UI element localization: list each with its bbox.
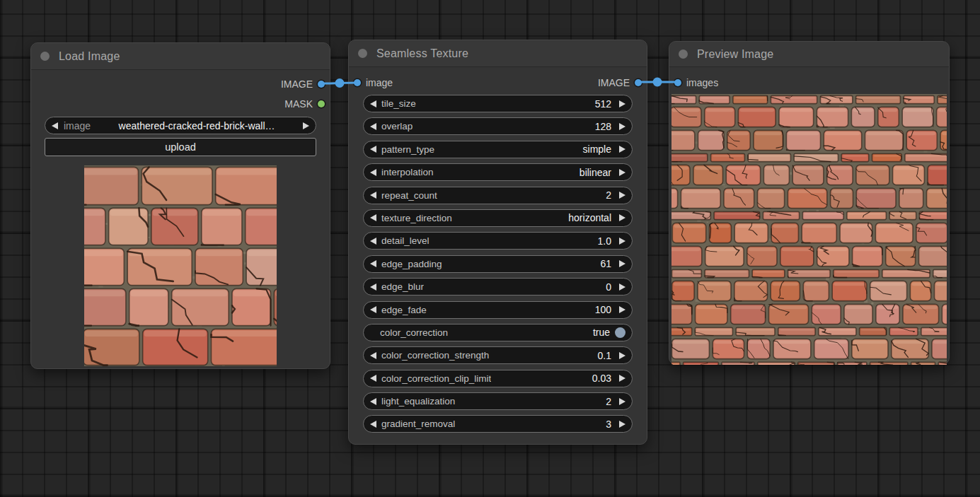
increment-arrow-icon[interactable] xyxy=(619,398,626,405)
slot-label: IMAGE xyxy=(281,78,313,90)
node-title: Seamless Texture xyxy=(376,47,468,60)
brick-texture-image xyxy=(84,165,277,366)
increment-arrow-icon[interactable] xyxy=(619,146,626,153)
widget-detail_level[interactable]: detail_level1.0 xyxy=(363,232,633,250)
tiled-brick-texture-image xyxy=(671,94,947,365)
widget-tile_size[interactable]: tile_size512 xyxy=(363,95,633,112)
upload-button[interactable]: upload xyxy=(45,138,316,156)
widget-value: simple xyxy=(583,144,611,155)
seamless-widgets: tile_size512overlap128pattern_typesimple… xyxy=(349,95,647,433)
widget-value: 512 xyxy=(595,98,611,110)
decrement-arrow-icon[interactable] xyxy=(370,214,376,221)
app-window: Load Image IMAGE MASK image weathered-cr… xyxy=(0,0,980,497)
decrement-arrow-icon[interactable] xyxy=(370,306,376,313)
slot-label: images xyxy=(686,77,718,88)
toggle-icon[interactable] xyxy=(615,327,626,338)
widget-value: 2 xyxy=(606,396,611,407)
node-seamless-texture-titlebar[interactable]: Seamless Texture xyxy=(349,40,647,67)
widget-value: true xyxy=(593,327,610,338)
widget-edge_fade[interactable]: edge_fade100 xyxy=(363,301,633,319)
widget-name: color_correction_strength xyxy=(381,350,489,361)
widget-repeat_count[interactable]: repeat_count2 xyxy=(363,187,633,204)
increment-arrow-icon[interactable] xyxy=(619,260,626,267)
decrement-arrow-icon[interactable] xyxy=(370,421,376,428)
input-dot-images[interactable] xyxy=(674,79,681,86)
increment-arrow-icon[interactable] xyxy=(619,352,626,359)
decrement-arrow-icon[interactable] xyxy=(370,260,376,267)
increment-arrow-icon[interactable] xyxy=(619,375,626,382)
input-slot-image: image xyxy=(354,77,393,88)
widget-color_correction_strength[interactable]: color_correction_strength0.1 xyxy=(363,346,633,364)
widget-light_equalization[interactable]: light_equalization2 xyxy=(363,392,633,410)
increment-arrow-icon[interactable] xyxy=(619,421,626,428)
widget-value: 0.1 xyxy=(598,350,611,361)
increment-arrow-icon[interactable] xyxy=(619,306,626,313)
combo-label: image xyxy=(64,120,91,131)
widget-value: 0.03 xyxy=(592,373,611,384)
collapse-dot-icon[interactable] xyxy=(358,49,367,58)
image-combo-widget[interactable]: image weathered-cracked-red-brick-wall… xyxy=(45,117,316,134)
node-title: Load Image xyxy=(59,50,120,63)
decrement-arrow-icon[interactable] xyxy=(370,398,376,405)
decrement-arrow-icon[interactable] xyxy=(370,100,376,107)
output-dot-image[interactable] xyxy=(635,79,642,86)
loaded-image-preview xyxy=(84,165,277,366)
slot-label: IMAGE xyxy=(598,77,630,88)
widget-value: 61 xyxy=(600,258,611,269)
widget-texture_direction[interactable]: texture_directionhorizontal xyxy=(363,209,633,227)
increment-arrow-icon[interactable] xyxy=(619,123,626,130)
widget-name: repeat_count xyxy=(381,190,437,201)
increment-arrow-icon[interactable] xyxy=(619,100,626,107)
node-preview-image-titlebar[interactable]: Preview Image xyxy=(669,42,949,67)
widget-name: color_correction xyxy=(380,327,448,338)
widget-value: 0 xyxy=(606,281,611,293)
decrement-arrow-icon[interactable] xyxy=(370,146,376,153)
decrement-arrow-icon[interactable] xyxy=(370,238,376,245)
widget-name: overlap xyxy=(381,121,413,131)
widget-overlap[interactable]: overlap128 xyxy=(363,117,633,135)
output-dot-image[interactable] xyxy=(318,81,325,88)
widget-value: 128 xyxy=(595,121,611,132)
decrement-arrow-icon[interactable] xyxy=(370,375,376,382)
widget-value: 2 xyxy=(606,189,611,201)
decrement-arrow-icon[interactable] xyxy=(370,192,376,199)
widget-value: 100 xyxy=(595,304,611,315)
node-load-image[interactable]: Load Image IMAGE MASK image weathered-cr… xyxy=(30,42,330,369)
widget-edge_padding[interactable]: edge_padding61 xyxy=(363,255,633,273)
collapse-dot-icon[interactable] xyxy=(40,52,50,61)
output-slot-image: IMAGE xyxy=(598,77,642,88)
increment-arrow-icon[interactable] xyxy=(619,169,626,176)
increment-arrow-icon[interactable] xyxy=(619,214,626,221)
widget-name: interpolation xyxy=(381,167,434,177)
increment-arrow-icon[interactable] xyxy=(619,283,626,291)
combo-next-arrow-icon[interactable] xyxy=(303,122,309,129)
widget-name: edge_blur xyxy=(381,281,424,292)
decrement-arrow-icon[interactable] xyxy=(370,352,376,359)
input-dot-image[interactable] xyxy=(354,79,361,86)
output-dot-mask[interactable] xyxy=(318,100,325,107)
widget-gradient_removal[interactable]: gradient_removal3 xyxy=(363,415,633,433)
widget-color_correction[interactable]: color_correctiontrue xyxy=(363,324,633,341)
increment-arrow-icon[interactable] xyxy=(619,238,626,245)
node-load-image-titlebar[interactable]: Load Image xyxy=(31,43,330,70)
combo-prev-arrow-icon[interactable] xyxy=(52,122,58,129)
collapse-dot-icon[interactable] xyxy=(679,49,688,59)
decrement-arrow-icon[interactable] xyxy=(370,123,376,130)
result-image-preview xyxy=(671,94,947,365)
output-slot-mask: MASK xyxy=(31,94,330,114)
widget-value: bilinear xyxy=(580,167,611,178)
node-preview-image[interactable]: Preview Image images xyxy=(669,41,950,365)
widget-interpolation[interactable]: interpolationbilinear xyxy=(363,163,633,181)
widget-edge_blur[interactable]: edge_blur0 xyxy=(363,278,633,296)
decrement-arrow-icon[interactable] xyxy=(370,283,376,291)
widget-color_correction_clip_limit[interactable]: color_correction_clip_limit0.03 xyxy=(363,370,633,387)
widget-value: 1.0 xyxy=(598,235,611,247)
decrement-arrow-icon[interactable] xyxy=(370,169,376,176)
widget-name: texture_direction xyxy=(381,213,452,223)
widget-name: light_equalization xyxy=(381,396,455,407)
node-seamless-texture[interactable]: Seamless Texture image IMAGE tile_size51… xyxy=(348,40,647,445)
widget-pattern_type[interactable]: pattern_typesimple xyxy=(363,141,633,158)
widget-value: 3 xyxy=(606,419,611,430)
increment-arrow-icon[interactable] xyxy=(619,192,626,199)
widget-name: tile_size xyxy=(381,98,416,109)
